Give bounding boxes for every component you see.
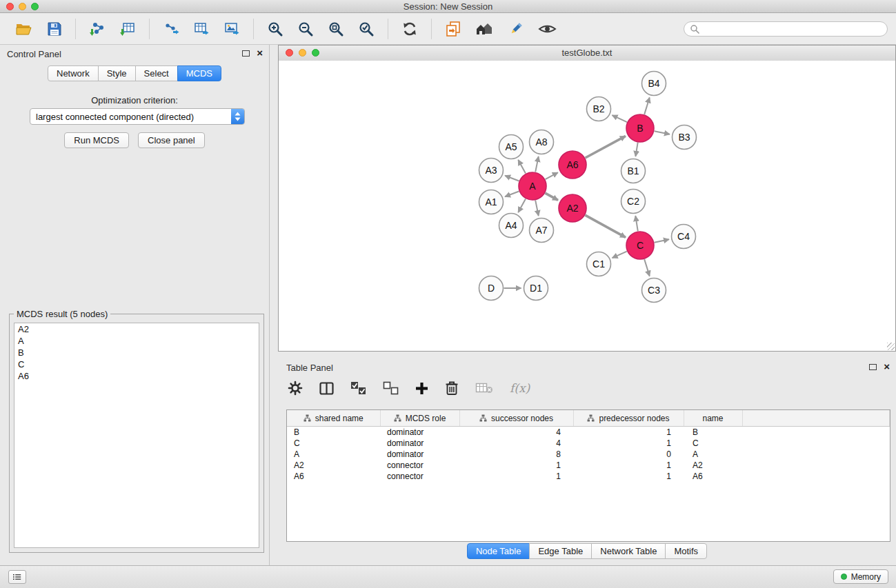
select-all-button[interactable]: [350, 381, 366, 395]
new-network-from-selection-button[interactable]: [441, 19, 466, 39]
first-neighbors-button[interactable]: [471, 19, 498, 39]
table-row[interactable]: Bdominator41B: [287, 427, 890, 438]
float-panel-icon[interactable]: [869, 364, 877, 370]
memory-label: Memory: [851, 572, 881, 582]
save-session-button[interactable]: [43, 19, 66, 39]
network-edge[interactable]: [535, 156, 539, 172]
toolbar-separator: [75, 19, 76, 39]
task-history-button[interactable]: [8, 570, 26, 584]
import-network-button[interactable]: [85, 19, 110, 39]
result-item[interactable]: B: [14, 347, 259, 358]
network-node[interactable]: D: [479, 276, 504, 301]
tab-style[interactable]: Style: [98, 65, 136, 81]
column-header-mcds-role[interactable]: MCDS role: [380, 410, 459, 427]
search-input[interactable]: [703, 23, 882, 34]
show-details-button[interactable]: [534, 21, 561, 37]
network-edge[interactable]: [655, 239, 669, 243]
tab-motifs[interactable]: Motifs: [665, 543, 707, 559]
tab-network-table[interactable]: Network Table: [591, 543, 666, 559]
tab-mcds[interactable]: MCDS: [177, 65, 221, 81]
network-edge[interactable]: [613, 115, 628, 122]
network-node[interactable]: C3: [642, 278, 666, 303]
zoom-out-button[interactable]: [293, 19, 318, 39]
result-item[interactable]: C: [14, 358, 259, 370]
zoom-fit-button[interactable]: [323, 19, 348, 39]
network-node[interactable]: A2: [559, 194, 586, 222]
network-node[interactable]: A6: [559, 151, 586, 179]
network-node[interactable]: A5: [499, 135, 524, 159]
tab-edge-table[interactable]: Edge Table: [529, 543, 592, 559]
tab-node-table[interactable]: Node Table: [467, 543, 530, 559]
export-network-button[interactable]: [159, 19, 183, 39]
network-edge[interactable]: [644, 98, 650, 114]
network-edge[interactable]: [546, 172, 558, 179]
table-row[interactable]: A6connector11A6: [287, 471, 890, 482]
network-edge[interactable]: [505, 192, 519, 197]
float-panel-icon[interactable]: [242, 50, 250, 57]
close-panel-button[interactable]: Close panel: [138, 132, 205, 148]
table-row[interactable]: Adominator80A: [287, 449, 890, 460]
add-column-button[interactable]: [415, 382, 428, 395]
optimization-dropdown[interactable]: largest connected component (directed): [30, 108, 245, 125]
network-edge[interactable]: [518, 199, 526, 212]
network-node[interactable]: C1: [587, 252, 611, 276]
network-node[interactable]: D1: [524, 276, 548, 301]
show-columns-button[interactable]: [319, 382, 334, 395]
run-mcds-button[interactable]: Run MCDS: [64, 132, 129, 148]
export-table-button[interactable]: [189, 19, 214, 39]
network-node[interactable]: A1: [479, 190, 504, 214]
table-row[interactable]: Cdominator41C: [287, 438, 890, 449]
close-panel-icon[interactable]: ×: [257, 49, 263, 57]
network-edge[interactable]: [585, 215, 626, 237]
table-settings-button[interactable]: [288, 381, 303, 396]
export-image-button[interactable]: [219, 19, 244, 39]
toolbar-separator: [431, 19, 432, 39]
close-panel-icon[interactable]: ×: [884, 363, 890, 371]
column-header-successor-nodes[interactable]: successor nodes: [459, 410, 573, 427]
tab-select[interactable]: Select: [135, 65, 178, 81]
network-node[interactable]: B: [626, 114, 654, 142]
network-node[interactable]: A3: [479, 159, 504, 183]
network-edge[interactable]: [613, 252, 627, 258]
network-node[interactable]: A8: [530, 130, 554, 154]
column-header-name[interactable]: name: [684, 410, 742, 427]
network-edge[interactable]: [635, 143, 637, 156]
network-node[interactable]: B4: [642, 72, 666, 96]
result-item[interactable]: A6: [14, 370, 259, 382]
network-edge[interactable]: [535, 201, 539, 216]
network-canvas[interactable]: B4B2BB3A8A5A6A3B1AC2A1A2A4A7C4CC1C3DD1: [279, 61, 895, 351]
annotation-button[interactable]: [504, 19, 528, 39]
network-node[interactable]: C: [626, 232, 654, 259]
network-node[interactable]: A4: [499, 214, 524, 238]
tab-network[interactable]: Network: [48, 65, 99, 81]
column-header-shared-name[interactable]: shared name: [287, 410, 380, 427]
checked-boxes-icon: [350, 381, 366, 395]
network-edge[interactable]: [635, 216, 638, 231]
zoom-in-button[interactable]: [263, 19, 288, 39]
network-edge[interactable]: [586, 136, 626, 158]
memory-button[interactable]: Memory: [833, 569, 888, 584]
network-edge[interactable]: [545, 193, 558, 200]
deselect-all-button[interactable]: [383, 381, 399, 395]
network-node[interactable]: A: [519, 172, 546, 200]
network-node[interactable]: A7: [530, 219, 554, 243]
network-node[interactable]: B3: [673, 125, 697, 150]
open-file-button[interactable]: [11, 19, 37, 39]
network-edge[interactable]: [644, 259, 650, 276]
network-node[interactable]: B1: [621, 159, 646, 183]
network-edge[interactable]: [655, 131, 670, 134]
resize-handle[interactable]: [887, 343, 895, 350]
result-item[interactable]: A2: [14, 323, 259, 335]
zoom-selected-button[interactable]: [354, 19, 379, 39]
delete-column-button[interactable]: [445, 381, 459, 396]
network-edge[interactable]: [518, 160, 526, 174]
network-edge[interactable]: [505, 176, 519, 181]
network-node[interactable]: C2: [621, 190, 646, 214]
network-node[interactable]: B2: [587, 97, 611, 121]
import-table-button[interactable]: [115, 19, 140, 39]
result-item[interactable]: A: [14, 335, 259, 347]
network-node[interactable]: C4: [672, 225, 696, 249]
table-row[interactable]: A2connector11A2: [287, 460, 890, 471]
column-header-predecessor-nodes[interactable]: predecessor nodes: [573, 410, 684, 427]
apply-layout-button[interactable]: [397, 19, 422, 39]
